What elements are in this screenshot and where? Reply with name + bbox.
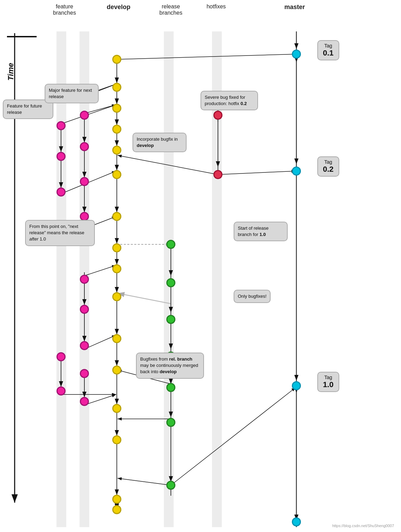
release-node-5 xyxy=(166,383,175,392)
tag-02-label: Tag xyxy=(324,159,332,165)
svg-line-34 xyxy=(118,293,171,304)
develop-node-8 xyxy=(112,243,121,252)
feature2-node-3 xyxy=(80,177,89,186)
callout-major-feature: Major feature for next release xyxy=(45,84,99,103)
feature2-node-6 xyxy=(80,305,89,314)
tag-01-value: 0.1 xyxy=(323,49,334,58)
hotfix-node-2 xyxy=(213,170,222,179)
feature2-node-2 xyxy=(80,142,89,151)
release-node-6 xyxy=(166,418,175,427)
tag-10-value: 1.0 xyxy=(323,380,334,389)
feature2-node-5 xyxy=(80,275,89,284)
hotfix-node-1 xyxy=(213,111,222,120)
tag-01-label: Tag xyxy=(324,43,332,49)
svg-line-19 xyxy=(218,171,296,175)
master-node-1 xyxy=(292,50,301,59)
tag-10-box: Tag 1.0 xyxy=(317,372,339,392)
feature2-node-9 xyxy=(80,397,89,406)
feature1-node-4 xyxy=(56,352,66,361)
callout-only-bugfixes: Only bugfixes! xyxy=(234,290,271,303)
feature-branches-header: featurebranches xyxy=(42,3,87,16)
tag-02-box: Tag 0.2 xyxy=(317,156,339,177)
release-branches-header: releasebranches xyxy=(150,3,192,16)
callout-hotfix: Severe bug fixed for production: hotfix … xyxy=(200,91,258,110)
develop-node-6 xyxy=(112,170,121,179)
develop-node-3 xyxy=(112,104,121,113)
hotfixes-header: hotfixes xyxy=(199,3,234,10)
develop-node-14 xyxy=(112,435,121,444)
develop-node-12 xyxy=(112,365,121,375)
develop-node-4 xyxy=(112,125,121,134)
develop-node-2 xyxy=(112,83,121,92)
develop-node-1 xyxy=(112,55,121,64)
diagram-container: featurebranches develop releasebranches … xyxy=(0,0,401,532)
develop-node-11 xyxy=(112,334,121,343)
master-header: master xyxy=(279,3,310,11)
release-node-2 xyxy=(166,278,175,287)
develop-node-7 xyxy=(112,212,121,221)
time-label: Time xyxy=(6,63,15,81)
tag-02-value: 0.2 xyxy=(323,165,334,174)
release-node-7 xyxy=(166,481,175,490)
develop-node-9 xyxy=(112,264,121,273)
svg-line-37 xyxy=(118,478,171,485)
callout-next-release: From this point on, "next release" means… xyxy=(25,220,95,246)
feature1-node-5 xyxy=(56,386,66,396)
tag-10-label: Tag xyxy=(324,375,332,380)
watermark: https://blog.csdn.net/ShuSheng0007 xyxy=(332,524,394,528)
callout-release-branch: Start of release branch for 1.0 xyxy=(234,222,288,241)
develop-header: develop xyxy=(103,3,134,11)
feature1-band xyxy=(56,31,66,527)
feature1-node-1 xyxy=(56,121,66,130)
feature2-node-7 xyxy=(80,341,89,350)
develop-node-10 xyxy=(112,292,121,301)
develop-node-5 xyxy=(112,146,121,155)
release-node-3 xyxy=(166,315,175,324)
feature1-node-3 xyxy=(56,187,66,197)
svg-line-33 xyxy=(171,387,296,485)
feature2-node-1 xyxy=(80,111,89,120)
master-node-3 xyxy=(292,381,301,390)
callout-bugfix-develop: Incorporate bugfix in develop xyxy=(133,133,187,152)
master-node-2 xyxy=(292,167,301,176)
develop-node-15 xyxy=(112,495,121,504)
feature1-node-2 xyxy=(56,152,66,161)
tag-01-box: Tag 0.1 xyxy=(317,40,339,60)
release-node-1 xyxy=(166,240,175,249)
svg-line-18 xyxy=(117,54,296,59)
feature2-node-8 xyxy=(80,369,89,378)
callout-bugfixes-back: Bugfixes from rel. branch may be continu… xyxy=(136,353,204,379)
develop-node-16 xyxy=(112,505,121,514)
master-node-4 xyxy=(292,517,301,526)
develop-node-13 xyxy=(112,404,121,413)
